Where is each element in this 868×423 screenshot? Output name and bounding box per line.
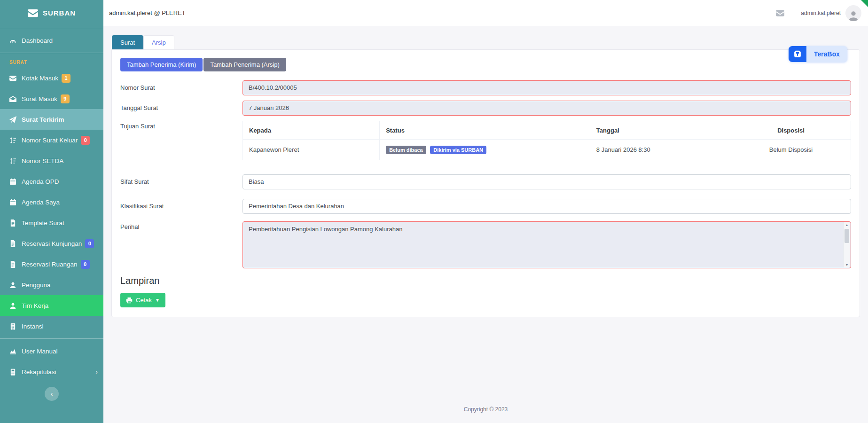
building-icon bbox=[9, 323, 22, 330]
surban-logo-icon bbox=[28, 8, 38, 18]
column-header-disposisi: Disposisi bbox=[731, 121, 851, 140]
tab-surat[interactable]: Surat bbox=[112, 35, 143, 49]
printer-icon bbox=[126, 297, 133, 304]
sidebar-item-label: Dashboard bbox=[22, 37, 53, 44]
sidebar-item-dashboard[interactable]: Dashboard bbox=[0, 30, 103, 51]
textarea-scrollbar[interactable]: ▲ ▼ bbox=[843, 222, 850, 267]
sort-icon bbox=[9, 157, 22, 164]
sidebar-item-user-manual[interactable]: User Manual bbox=[0, 341, 103, 361]
sidebar-divider bbox=[0, 338, 103, 339]
session-context: admin.kal.pleret @ PLERET bbox=[109, 9, 186, 16]
sidebar-item-label: Agenda Saya bbox=[22, 199, 60, 206]
sidebar-item-label: Instansi bbox=[22, 323, 44, 330]
tanggal-surat-label: Tanggal Surat bbox=[120, 101, 242, 116]
sidebar: SURBAN DashboardSURATKotak Masuk1Surat M… bbox=[0, 0, 103, 423]
cetak-label: Cetak bbox=[136, 297, 152, 304]
sidebar-item-pengguna[interactable]: Pengguna bbox=[0, 274, 103, 295]
perihal-text: Pemberitahuan Pengisian Lowongan Pamong … bbox=[249, 226, 402, 233]
cell-disposisi: Belum Disposisi bbox=[731, 140, 851, 160]
brand[interactable]: SURBAN bbox=[0, 0, 103, 26]
sidebar-item-label: Template Surat bbox=[22, 219, 64, 227]
count-badge: 0 bbox=[81, 260, 90, 269]
table-row: Kapanewon Pleret Belum dibaca Dikirim vi… bbox=[243, 140, 851, 160]
tab-arsip[interactable]: Arsip bbox=[143, 35, 174, 49]
sidebar-item-agenda-opd[interactable]: Agenda OPD bbox=[0, 171, 103, 192]
sidebar-item-nomor-setda[interactable]: Nomor SETDA bbox=[0, 150, 103, 171]
footer-copyright: Copyright © 2023 bbox=[103, 406, 868, 413]
topbar-divider bbox=[793, 0, 793, 26]
status-badge-dikirim-via-surban: Dikirim via SURBAN bbox=[430, 146, 486, 154]
sidebar-item-label: User Manual bbox=[22, 348, 58, 355]
sidebar-collapse-button[interactable]: ‹ bbox=[45, 387, 59, 401]
sidebar-divider bbox=[0, 28, 103, 28]
scroll-thumb[interactable] bbox=[845, 229, 849, 243]
perihal-label: Perihal bbox=[120, 221, 242, 231]
scroll-up-icon[interactable]: ▲ bbox=[844, 223, 850, 227]
brand-name: SURBAN bbox=[43, 9, 76, 17]
count-badge: 9 bbox=[61, 94, 70, 103]
sort-icon bbox=[9, 137, 22, 144]
tambah-penerima-arsip-button[interactable]: Tambah Penerima (Arsip) bbox=[203, 58, 286, 71]
nomor-surat-input[interactable]: B/400.10.2/00005 bbox=[242, 80, 851, 95]
tujuan-surat-label: Tujuan Surat bbox=[120, 121, 242, 130]
sidebar-divider bbox=[0, 53, 103, 53]
count-badge: 0 bbox=[81, 136, 90, 145]
sidebar-item-surat-terkirim[interactable]: Surat Terkirim bbox=[0, 109, 103, 130]
sidebar-item-label: Kotak Masuk bbox=[22, 75, 58, 82]
sidebar-item-label: Rekapitulasi bbox=[22, 368, 56, 376]
sidebar-item-rekapitulasi[interactable]: Rekapitulasi› bbox=[0, 361, 103, 382]
perihal-textarea[interactable]: Pemberitahuan Pengisian Lowongan Pamong … bbox=[242, 221, 851, 268]
sidebar-item-kotak-masuk[interactable]: Kotak Masuk1 bbox=[0, 68, 103, 88]
speedometer-icon bbox=[9, 37, 22, 44]
chevron-right-icon: › bbox=[95, 368, 98, 376]
count-badge: 1 bbox=[62, 74, 70, 83]
sidebar-item-label: Nomor Surat Keluar bbox=[22, 137, 78, 144]
file-icon bbox=[9, 261, 22, 268]
cell-status: Belum dibaca Dikirim via SURBAN bbox=[380, 140, 590, 160]
sidebar-item-nomor-surat-keluar[interactable]: Nomor Surat Keluar0 bbox=[0, 130, 103, 150]
sidebar-item-reservasi-kunjungan[interactable]: Reservasi Kunjungan0 bbox=[0, 233, 103, 254]
scroll-down-icon[interactable]: ▼ bbox=[844, 263, 850, 266]
status-badge-belum-dibaca: Belum dibaca bbox=[386, 146, 426, 154]
sidebar-item-surat-masuk[interactable]: Surat Masuk9 bbox=[0, 88, 103, 109]
username[interactable]: admin.kal.pleret bbox=[801, 10, 841, 16]
sidebar-item-label: Reservasi Ruangan bbox=[22, 261, 78, 268]
lampiran-heading: Lampiran bbox=[120, 275, 851, 286]
sidebar-item-label: Tim Kerja bbox=[22, 302, 48, 309]
sidebar-item-label: Surat Masuk bbox=[22, 95, 57, 102]
klasifikasi-surat-input[interactable]: Pemerintahan Desa dan Kelurahan bbox=[242, 199, 851, 214]
sidebar-item-instansi[interactable]: Instansi bbox=[0, 316, 103, 337]
cell-kepada: Kapanewon Pleret bbox=[243, 140, 380, 160]
sidebar-menu: DashboardSURATKotak Masuk1Surat Masuk9Su… bbox=[0, 30, 103, 382]
column-header-kepada: Kepada bbox=[243, 121, 380, 140]
user-icon bbox=[9, 302, 22, 309]
sifat-surat-input[interactable]: Biasa bbox=[242, 174, 851, 189]
sidebar-item-label: Pengguna bbox=[22, 282, 51, 289]
tanggal-surat-input[interactable]: 7 Januari 2026 bbox=[242, 101, 851, 116]
avatar[interactable] bbox=[845, 5, 861, 21]
sidebar-item-label: Reservasi Kunjungan bbox=[22, 240, 82, 247]
sidebar-item-label: Agenda OPD bbox=[22, 178, 59, 185]
cell-tanggal: 8 Januari 2026 8:30 bbox=[590, 140, 731, 160]
sidebar-item-reservasi-ruangan[interactable]: Reservasi Ruangan0 bbox=[0, 254, 103, 274]
table-header-row: Kepada Status Tanggal Disposisi bbox=[243, 121, 851, 140]
column-header-status: Status bbox=[380, 121, 590, 140]
sidebar-item-label: Surat Terkirim bbox=[22, 116, 64, 123]
surat-detail-card: TeraBox Tambah Penerima (Kirim) Tambah P… bbox=[111, 49, 860, 317]
mail-icon[interactable] bbox=[776, 9, 784, 17]
count-badge: 0 bbox=[85, 239, 94, 248]
tambah-penerima-kirim-button[interactable]: Tambah Penerima (Kirim) bbox=[120, 58, 203, 71]
sidebar-item-template-surat[interactable]: Template Surat bbox=[0, 212, 103, 233]
calendar-icon bbox=[9, 199, 22, 206]
file-icon bbox=[9, 240, 22, 247]
column-header-tanggal: Tanggal bbox=[590, 121, 731, 140]
sidebar-item-agenda-saya[interactable]: Agenda Saya bbox=[0, 192, 103, 212]
tab-bar: SuratArsip bbox=[112, 35, 868, 49]
chart-icon bbox=[9, 348, 22, 355]
tujuan-surat-table: Kepada Status Tanggal Disposisi Kapanewo… bbox=[242, 121, 851, 160]
sifat-surat-label: Sifat Surat bbox=[120, 174, 242, 189]
user-icon bbox=[9, 282, 22, 289]
topbar: admin.kal.pleret @ PLERET admin.kal.pler… bbox=[103, 0, 868, 26]
cetak-button[interactable]: Cetak ▼ bbox=[120, 293, 165, 307]
sidebar-item-tim-kerja[interactable]: Tim Kerja bbox=[0, 295, 103, 316]
